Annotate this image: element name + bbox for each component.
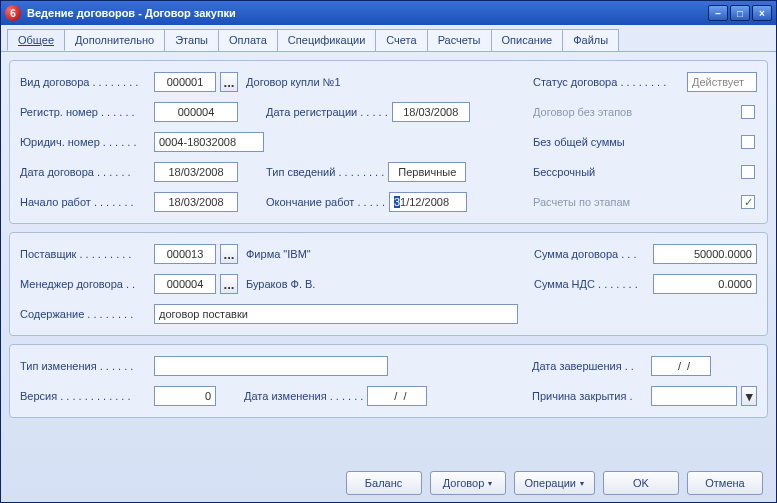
tab-payment[interactable]: Оплата <box>218 29 278 51</box>
change-type-input[interactable] <box>154 356 388 376</box>
end-date-label: Дата завершения . . <box>532 360 647 372</box>
titlebar: 6 Ведение договоров - Договор закупки – … <box>1 1 776 25</box>
supplier-label: Поставщик . . . . . . . . . <box>20 248 150 260</box>
tab-label: Файлы <box>573 34 608 46</box>
tab-label: Этапы <box>175 34 208 46</box>
supplier-input[interactable] <box>154 244 216 264</box>
tab-label: Счета <box>386 34 416 46</box>
change-date-label: Дата изменения . . . . . . <box>244 390 363 402</box>
contract-type-label: Вид договора . . . . . . . . <box>20 76 150 88</box>
calc-by-stages-checkbox[interactable]: ✓ <box>741 195 755 209</box>
work-start-input[interactable] <box>154 192 238 212</box>
manager-desc: Бураков Ф. В. <box>242 278 319 290</box>
content-label: Содержание . . . . . . . . <box>20 308 150 320</box>
panel-changes: Тип изменения . . . . . . Версия . . . .… <box>9 344 768 418</box>
tab-label: Дополнительно <box>75 34 154 46</box>
button-label: Операции <box>525 477 576 489</box>
contract-date-input[interactable] <box>154 162 238 182</box>
contract-type-input[interactable] <box>154 72 216 92</box>
reg-number-label: Регистр. номер . . . . . . <box>20 106 150 118</box>
tab-label: Спецификации <box>288 34 365 46</box>
close-reason-input[interactable] <box>651 386 737 406</box>
window-buttons: – □ × <box>708 5 772 21</box>
change-date-input[interactable] <box>367 386 427 406</box>
no-total-label: Без общей суммы <box>533 136 683 148</box>
perpetual-checkbox[interactable] <box>741 165 755 179</box>
tab-general[interactable]: Общее <box>7 29 65 51</box>
caret-down-icon: ▾ <box>488 479 492 488</box>
button-label: OK <box>633 477 649 489</box>
legal-number-input[interactable] <box>154 132 264 152</box>
tab-description[interactable]: Описание <box>491 29 564 51</box>
close-button[interactable]: × <box>752 5 772 21</box>
contract-type-desc: Договор купли №1 <box>242 76 345 88</box>
button-label: Отмена <box>705 477 744 489</box>
legal-number-label: Юридич. номер . . . . . . <box>20 136 150 148</box>
app-icon: 6 <box>5 5 21 21</box>
operations-button[interactable]: Операции▾ <box>514 471 595 495</box>
window-title: Ведение договоров - Договор закупки <box>27 7 708 19</box>
tab-stages[interactable]: Этапы <box>164 29 219 51</box>
tab-additional[interactable]: Дополнительно <box>64 29 165 51</box>
change-type-label: Тип изменения . . . . . . <box>20 360 150 372</box>
maximize-button[interactable]: □ <box>730 5 750 21</box>
no-stages-label: Договор без этапов <box>533 106 683 118</box>
reg-date-label: Дата регистрации . . . . . <box>266 106 388 118</box>
vat-label: Сумма НДС . . . . . . . <box>534 278 649 290</box>
work-end-rest: 1/12/2008 <box>400 196 449 208</box>
tab-label: Описание <box>502 34 553 46</box>
work-start-label: Начало работ . . . . . . . <box>20 196 150 208</box>
no-stages-checkbox[interactable] <box>741 105 755 119</box>
contract-type-lookup[interactable]: ... <box>220 72 238 92</box>
panel-parties: Поставщик . . . . . . . . . ... Фирма "I… <box>9 232 768 336</box>
sum-label: Сумма договора . . . <box>534 248 649 260</box>
work-end-label: Окончание работ . . . . . <box>266 196 385 208</box>
supplier-lookup[interactable]: ... <box>220 244 238 264</box>
content-input[interactable] <box>154 304 518 324</box>
manager-lookup[interactable]: ... <box>220 274 238 294</box>
tab-label: Расчеты <box>438 34 481 46</box>
minimize-button[interactable]: – <box>708 5 728 21</box>
tab-strip: Общее Дополнительно Этапы Оплата Специфи… <box>1 25 776 52</box>
end-date-input[interactable] <box>651 356 711 376</box>
app-window: 6 Ведение договоров - Договор закупки – … <box>0 0 777 503</box>
vat-input[interactable] <box>653 274 757 294</box>
tab-files[interactable]: Файлы <box>562 29 619 51</box>
footer-buttons: Баланс Договор▾ Операции▾ OK Отмена <box>346 471 763 495</box>
supplier-desc: Фирма "IBM" <box>242 248 315 260</box>
sum-input[interactable] <box>653 244 757 264</box>
balance-button[interactable]: Баланс <box>346 471 422 495</box>
panel-main: Вид договора . . . . . . . . ... Договор… <box>9 60 768 224</box>
ok-button[interactable]: OK <box>603 471 679 495</box>
work-end-input[interactable]: 31/12/2008 <box>389 192 467 212</box>
close-reason-dropdown[interactable]: ▾ <box>741 386 757 406</box>
tab-label: Оплата <box>229 34 267 46</box>
status-label: Статус договора . . . . . . . . <box>533 76 683 88</box>
close-reason-label: Причина закрытия . <box>532 390 647 402</box>
tab-label: Общее <box>18 34 54 46</box>
button-label: Договор <box>443 477 485 489</box>
contract-button[interactable]: Договор▾ <box>430 471 506 495</box>
manager-input[interactable] <box>154 274 216 294</box>
button-label: Баланс <box>365 477 402 489</box>
version-label: Версия . . . . . . . . . . . . <box>20 390 150 402</box>
tab-accounts[interactable]: Счета <box>375 29 427 51</box>
version-input[interactable] <box>154 386 216 406</box>
tab-calculations[interactable]: Расчеты <box>427 29 492 51</box>
info-type-input[interactable] <box>388 162 466 182</box>
caret-down-icon: ▾ <box>580 479 584 488</box>
reg-date-input[interactable] <box>392 102 470 122</box>
info-type-label: Тип сведений . . . . . . . . <box>266 166 384 178</box>
manager-label: Менеджер договора . . <box>20 278 150 290</box>
reg-number-input[interactable] <box>154 102 238 122</box>
perpetual-label: Бессрочный <box>533 166 683 178</box>
status-input[interactable] <box>687 72 757 92</box>
contract-date-label: Дата договора . . . . . . <box>20 166 150 178</box>
no-total-checkbox[interactable] <box>741 135 755 149</box>
calc-by-stages-label: Расчеты по этапам <box>533 196 683 208</box>
cancel-button[interactable]: Отмена <box>687 471 763 495</box>
tab-content: Вид договора . . . . . . . . ... Договор… <box>1 52 776 434</box>
tab-specs[interactable]: Спецификации <box>277 29 376 51</box>
